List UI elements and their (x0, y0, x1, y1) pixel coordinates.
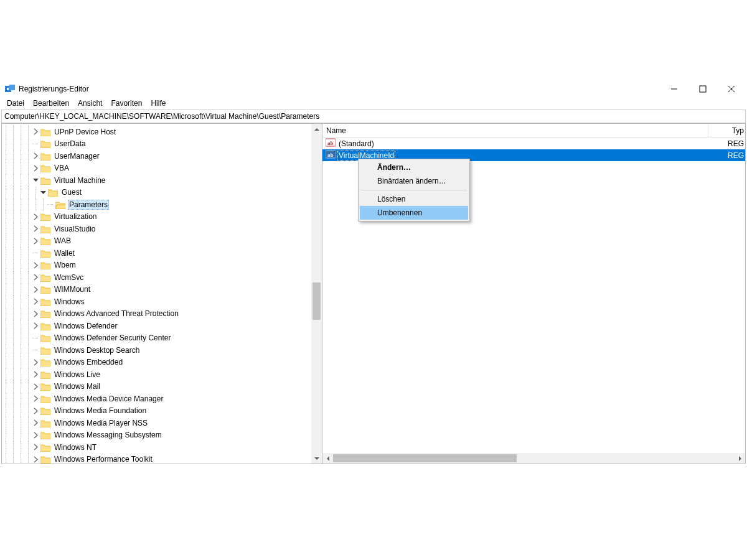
tree-item[interactable]: Wallet (2, 247, 311, 259)
tree-item-label: Wbem (53, 261, 77, 269)
tree-item[interactable]: Windows Desktop Search (2, 344, 311, 357)
scroll-left-icon[interactable] (322, 453, 333, 464)
chevron-right-icon[interactable] (32, 274, 39, 281)
tree-item-label: VisualStudio (53, 225, 97, 233)
menu-ansicht[interactable]: Ansicht (73, 98, 106, 109)
string-value-icon (326, 149, 336, 161)
menu-favoriten[interactable]: Favoriten (106, 98, 146, 109)
tree-item[interactable]: UserManager (2, 150, 311, 162)
registry-tree[interactable]: UPnP Device HostUserDataUserManagerVBAVi… (2, 124, 311, 464)
tree-item[interactable]: Windows Messaging Subsystem (2, 429, 311, 442)
chevron-right-icon[interactable] (32, 213, 39, 220)
chevron-right-icon[interactable] (32, 359, 39, 366)
tree-item[interactable]: UPnP Device Host (2, 126, 311, 138)
folder-icon (40, 455, 50, 464)
tree-connector (32, 347, 39, 353)
tree-item[interactable]: WIMMount (2, 284, 311, 296)
tree-item[interactable]: Windows Media Device Manager (2, 393, 311, 405)
tree-item[interactable]: Windows Live (2, 368, 311, 381)
context-menu-item[interactable]: Umbenennen (360, 206, 468, 220)
menu-bearbeiten[interactable]: Bearbeiten (29, 98, 73, 109)
tree-item[interactable]: Windows (2, 296, 311, 308)
tree-item[interactable]: Windows Defender Security Center (2, 332, 311, 345)
context-menu-item[interactable]: Löschen (360, 192, 468, 206)
chevron-down-icon[interactable] (32, 177, 39, 184)
scroll-track[interactable] (311, 134, 322, 453)
address-bar (1, 110, 746, 123)
values-hscrollbar[interactable] (322, 453, 745, 464)
chevron-right-icon[interactable] (32, 383, 39, 390)
tree-item[interactable]: Windows Performance Toolkit (2, 454, 311, 464)
tree-item[interactable]: WcmSvc (2, 271, 311, 284)
header-type[interactable]: Typ (708, 124, 745, 137)
menu-datei[interactable]: Datei (2, 98, 29, 109)
chevron-right-icon[interactable] (32, 395, 39, 402)
chevron-right-icon[interactable] (32, 128, 39, 135)
minimize-button[interactable] (660, 80, 688, 97)
hscroll-track[interactable] (333, 453, 735, 464)
tree-item[interactable]: Virtual Machine (2, 174, 311, 187)
chevron-right-icon[interactable] (32, 286, 39, 293)
hscroll-thumb[interactable] (333, 454, 517, 462)
scroll-down-icon[interactable] (311, 453, 322, 464)
close-button[interactable] (717, 80, 746, 97)
context-menu-item[interactable]: Binärdaten ändern… (360, 174, 468, 188)
list-header: Name Typ (322, 124, 745, 138)
tree-item[interactable]: Wbem (2, 259, 311, 272)
tree-item-label: UserManager (53, 152, 101, 161)
chevron-right-icon[interactable] (32, 165, 39, 172)
tree-item[interactable]: VBA (2, 162, 311, 175)
tree-item[interactable]: VisualStudio (2, 223, 311, 235)
tree-item[interactable]: UserData (2, 138, 311, 151)
tree-item-label: VBA (53, 164, 70, 172)
tree-item[interactable]: Windows NT (2, 441, 311, 454)
chevron-right-icon[interactable] (32, 238, 39, 245)
folder-icon (40, 346, 50, 355)
tree-item-label: Windows Advanced Threat Protection (53, 309, 180, 318)
tree-item[interactable]: Windows Media Player NSS (2, 417, 311, 429)
tree-item[interactable]: Windows Advanced Threat Protection (2, 308, 311, 320)
tree-item[interactable]: Windows Embedded (2, 357, 311, 369)
tree-item-label: Windows Mail (53, 382, 101, 391)
scroll-up-icon[interactable] (311, 124, 322, 134)
tree-item[interactable]: Windows Defender (2, 320, 311, 332)
scroll-thumb[interactable] (312, 282, 321, 320)
chevron-right-icon[interactable] (32, 456, 39, 463)
chevron-right-icon[interactable] (32, 408, 39, 414)
tree-item[interactable]: Windows Media Foundation (2, 405, 311, 418)
chevron-right-icon[interactable] (32, 419, 39, 426)
chevron-right-icon[interactable] (32, 371, 39, 378)
window-controls (660, 80, 746, 97)
chevron-right-icon[interactable] (32, 298, 39, 305)
tree-item[interactable]: Parameters (2, 198, 311, 211)
chevron-right-icon[interactable] (32, 322, 39, 329)
tree-item[interactable]: WAB (2, 235, 311, 248)
tree-item[interactable]: Windows Mail (2, 381, 311, 393)
chevron-right-icon[interactable] (32, 310, 39, 317)
window-title: Registrierungs-Editor (19, 85, 89, 93)
folder-icon (40, 382, 50, 391)
chevron-right-icon[interactable] (32, 262, 39, 269)
chevron-right-icon[interactable] (32, 432, 39, 439)
folder-icon (40, 285, 50, 294)
menubar: DateiBearbeitenAnsichtFavoritenHilfe (1, 97, 746, 110)
context-menu-item[interactable]: Ändern… (360, 161, 468, 174)
maximize-button[interactable] (688, 80, 717, 97)
chevron-right-icon[interactable] (32, 152, 39, 159)
tree-item-label: Guest (60, 188, 83, 197)
scroll-right-icon[interactable] (735, 453, 745, 464)
menu-hilfe[interactable]: Hilfe (146, 98, 170, 109)
tree-item[interactable]: Virtualization (2, 211, 311, 223)
folder-icon (40, 225, 50, 233)
address-input[interactable] (4, 112, 743, 121)
value-row[interactable]: (Standard)REG (322, 138, 745, 149)
chevron-right-icon[interactable] (32, 444, 39, 450)
header-name[interactable]: Name (322, 124, 708, 137)
tree-scrollbar[interactable] (311, 124, 322, 464)
chevron-right-icon[interactable] (32, 225, 39, 232)
chevron-down-icon[interactable] (39, 189, 47, 196)
folder-icon (40, 431, 50, 439)
tree-item-label: Windows Defender Security Center (53, 334, 172, 342)
tree-item[interactable]: Guest (2, 187, 311, 199)
tree-item-label: WIMMount (53, 285, 92, 294)
